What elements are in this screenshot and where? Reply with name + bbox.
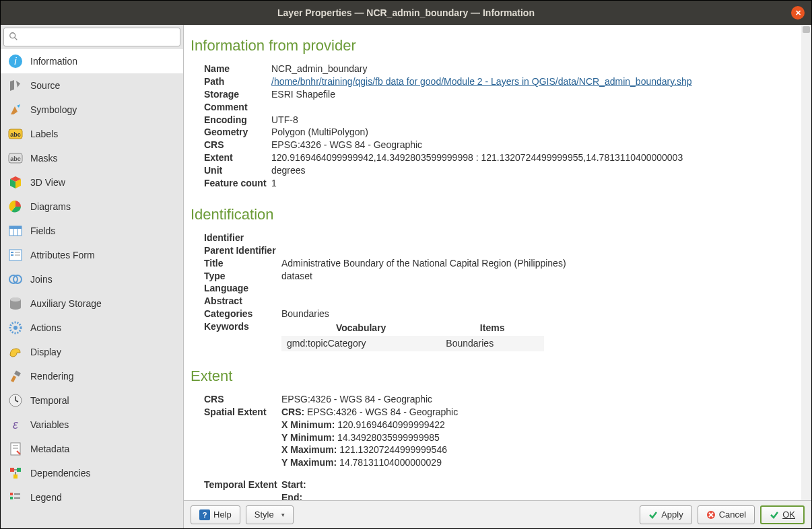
se-ymin-v: 14.34928035999999985 [335,432,440,443]
section-extent-heading: Extent [191,367,799,385]
scrollbar[interactable] [801,25,811,500]
kw-cell-vocab: gmd:topicCategory [281,336,440,351]
svg-point-0 [10,33,15,38]
window-title: Layer Properties — NCR_admin_boundary — … [277,7,535,18]
nav-list[interactable]: i Information Source Symbology abc Label… [1,49,183,528]
nav-auxiliary-storage[interactable]: Auxiliary Storage [1,291,183,316]
value-title: Administrative Boundary of the National … [281,257,566,270]
content-area: Information from provider NameNCR_admin_… [184,25,811,528]
search-icon [9,32,18,41]
value-spatial-extent: CRS: EPSG:4326 - WGS 84 - Geographic X M… [281,406,458,469]
keywords-table: VocabularyItems gmd:topicCategoryBoundar… [281,320,544,351]
nav-rendering[interactable]: Rendering [1,364,183,388]
svg-rect-31 [10,468,14,472]
metadata-icon [7,441,24,457]
label-extent: Extent [204,151,271,164]
nav-joins[interactable]: Joins [1,267,183,291]
svg-point-22 [13,326,18,330]
help-button[interactable]: ? Help [191,505,240,524]
dependencies-icon [7,465,24,481]
close-button[interactable]: ✕ [791,6,805,20]
joins-icon [7,271,24,287]
nav-label: 3D View [30,177,65,188]
layer-properties-window: Layer Properties — NCR_admin_boundary — … [0,0,812,529]
ok-label: OK [782,509,795,520]
scrollbar-thumb[interactable] [803,26,810,33]
se-xmin-l: X Minimum: [281,419,335,430]
nav-dependencies[interactable]: Dependencies [1,461,183,485]
nav-attributes-form[interactable]: Attributes Form [1,243,183,267]
value-unit: degrees [271,164,306,177]
apply-label: Apply [661,509,683,520]
label-storage: Storage [204,88,271,101]
svg-rect-14 [15,252,20,253]
se-ymax-v: 14.78131104000000029 [337,457,442,468]
label-spatial-extent: Spatial Extent [204,406,281,469]
dialog-footer: ? Help Style ▾ Apply Cancel [184,500,811,528]
nav-labels[interactable]: abc Labels [1,122,183,146]
apply-button[interactable]: Apply [640,505,692,524]
label-featcount: Feature count [204,177,271,190]
titlebar: Layer Properties — NCR_admin_boundary — … [1,1,811,25]
help-icon: ? [199,509,210,520]
cancel-label: Cancel [719,509,746,520]
label-name: Name [204,63,271,75]
svg-rect-13 [11,252,13,253]
value-categories: Boundaries [281,308,329,320]
nav-information[interactable]: i Information [1,49,183,73]
svg-point-20 [10,297,21,302]
style-button[interactable]: Style ▾ [246,505,294,524]
kw-header-vocab: Vocabulary [281,320,440,336]
value-ext-crs: EPSG:4326 - WGS 84 - Geographic [281,393,432,406]
labels-icon: abc [7,126,24,142]
chevron-down-icon: ▾ [281,512,285,518]
nav-temporal[interactable]: Temporal [1,388,183,413]
svg-text:ε: ε [13,418,19,431]
nav-legend[interactable]: Legend [1,485,183,509]
svg-rect-23 [14,370,21,376]
nav-diagrams[interactable]: Diagrams [1,195,183,219]
gear-icon [7,320,24,336]
kw-header-items: Items [440,320,544,336]
identification-table: Identifier Parent Identifier TitleAdmini… [204,232,799,351]
label-abstract: Abstract [204,295,281,308]
cancel-button[interactable]: Cancel [698,505,755,524]
nav-label: Labels [30,129,58,139]
nav-label: Fields [30,225,55,236]
value-geometry: Polygon (MultiPolygon) [271,126,368,139]
label-categories: Categories [204,308,281,320]
value-crs: EPSG:4326 - WGS 84 - Geographic [271,139,422,151]
se-xmax-l: X Maximum: [281,444,337,455]
search-wrap [1,25,183,49]
nav-label: Masks [30,153,57,164]
diagrams-icon [7,199,24,215]
label-comment: Comment [204,101,271,114]
cube-icon [7,174,24,190]
nav-metadata[interactable]: Metadata [1,437,183,461]
svg-text:abc: abc [10,131,21,138]
nav-display[interactable]: Display [1,340,183,364]
nav-masks[interactable]: abc Masks [1,146,183,170]
brush-icon [7,368,24,384]
nav-symbology[interactable]: Symbology [1,98,183,122]
nav-3dview[interactable]: 3D View [1,170,183,195]
info-panel[interactable]: Information from provider NameNCR_admin_… [184,25,811,500]
nav-label: Temporal [30,395,69,406]
nav-label: Display [30,347,61,357]
nav-label: Variables [30,419,69,430]
value-path-link[interactable]: /home/bnhr/training/qgis/fb data for goo… [271,76,692,87]
sidebar: i Information Source Symbology abc Label… [1,25,184,528]
cancel-icon [706,510,716,520]
extent-table: CRSEPSG:4326 - WGS 84 - Geographic Spati… [204,393,799,500]
nav-label: Symbology [30,104,77,115]
ok-button[interactable]: OK [760,505,805,524]
search-input[interactable] [3,28,180,46]
nav-source[interactable]: Source [1,73,183,98]
value-temporal-extent: Start: End: [281,479,306,500]
nav-fields[interactable]: Fields [1,219,183,243]
se-xmax-v: 121.13207244999999546 [337,444,447,455]
nav-variables[interactable]: ε Variables [1,413,183,437]
svg-rect-37 [10,497,13,499]
value-name: NCR_admin_boundary [271,63,367,75]
nav-actions[interactable]: Actions [1,316,183,340]
